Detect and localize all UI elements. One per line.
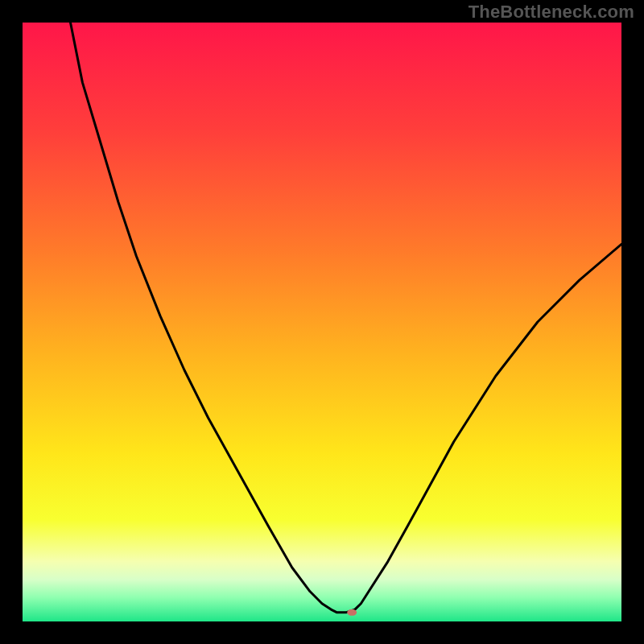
chart-frame: TheBottleneck.com <box>0 0 644 644</box>
chart-svg <box>23 23 621 621</box>
plot-area <box>23 23 621 621</box>
optimum-marker <box>347 609 357 616</box>
gradient-background <box>23 23 621 621</box>
watermark-text: TheBottleneck.com <box>469 2 634 23</box>
